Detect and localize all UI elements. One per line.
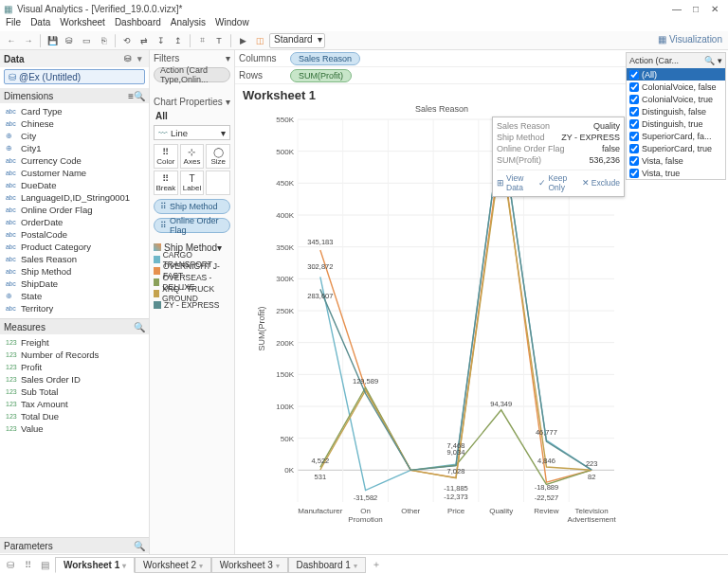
filter-checkbox[interactable] bbox=[629, 70, 639, 80]
filter-item[interactable]: Distinguish, true bbox=[627, 117, 725, 130]
dimension-field[interactable]: abcSales Reason bbox=[4, 253, 149, 265]
dimension-field[interactable]: abcShipDate bbox=[4, 278, 149, 290]
menu-dashboard[interactable]: Dashboard bbox=[115, 17, 161, 31]
filter-item[interactable]: SuperiorCard, true bbox=[627, 142, 725, 154]
new-sheet-icon[interactable]: ▭ bbox=[79, 33, 94, 48]
break-shelf-pill[interactable]: ⠿Online Order Flag bbox=[154, 218, 230, 233]
dimension-field[interactable]: ⊕City1 bbox=[4, 142, 149, 154]
menu-worksheet[interactable]: Worksheet bbox=[60, 17, 105, 31]
fit-select[interactable]: Standard ▾ bbox=[269, 33, 325, 48]
mark-card-axes[interactable]: ⊹Axes bbox=[180, 144, 205, 169]
show-labels-icon[interactable]: T bbox=[211, 33, 227, 48]
presentation-icon[interactable]: ▶ bbox=[235, 33, 250, 48]
dimension-field[interactable]: ⊕State bbox=[4, 290, 149, 302]
filter-item[interactable]: (All) bbox=[627, 68, 725, 81]
tooltip-exclude[interactable]: ✕ Exclude bbox=[582, 173, 620, 192]
sheet-tab[interactable]: Dashboard 1 ▾ bbox=[288, 557, 366, 573]
connect-icon[interactable]: ⛁ bbox=[122, 54, 134, 63]
group-icon[interactable]: ⌗ bbox=[194, 33, 209, 48]
rows-pill[interactable]: SUM(Profit) bbox=[290, 69, 352, 82]
measure-field[interactable]: 123Sub Total bbox=[4, 386, 149, 398]
show-visualization-button[interactable]: ▦ Visualization bbox=[658, 34, 722, 45]
menu-data[interactable]: Data bbox=[30, 17, 50, 31]
filter-pill[interactable]: Action (Card Type,Onlin... bbox=[154, 67, 230, 82]
back-icon[interactable]: ← bbox=[4, 33, 19, 48]
sort-desc-icon[interactable]: ↥ bbox=[171, 33, 186, 48]
mark-card-break[interactable]: ⠿Break bbox=[154, 170, 178, 195]
measure-field[interactable]: 123Tax Amount bbox=[4, 398, 149, 410]
measure-field[interactable]: 123Profit bbox=[4, 361, 149, 373]
mark-card-size[interactable]: ◯Size bbox=[206, 144, 230, 169]
filter-item[interactable]: Vista, false bbox=[627, 154, 725, 167]
quick-filter-menu-icon[interactable]: ▾ bbox=[718, 56, 722, 65]
new-worksheet-icon[interactable]: ＋ bbox=[370, 558, 383, 571]
dimension-field[interactable]: abcCard Type bbox=[4, 105, 149, 117]
datasource-tab-icon[interactable]: ⛁ bbox=[4, 560, 17, 570]
search-icon[interactable]: 🔍 bbox=[134, 322, 145, 332]
measure-field[interactable]: 123Freight bbox=[4, 336, 149, 349]
filter-checkbox[interactable] bbox=[629, 95, 639, 104]
dimension-field[interactable]: abcCustomer Name bbox=[4, 167, 149, 179]
dimension-field[interactable]: abcShip Method bbox=[4, 265, 149, 278]
sheet-tab[interactable]: Worksheet 3 ▾ bbox=[211, 557, 288, 573]
sheet-tab[interactable]: Worksheet 1 ▾ bbox=[55, 557, 135, 573]
filter-item[interactable]: ColonialVoice, true bbox=[627, 93, 725, 105]
filter-checkbox[interactable] bbox=[629, 132, 639, 141]
chart-canvas[interactable]: SUM(Profit) Sales Reason0K50K100K150K200… bbox=[241, 102, 620, 554]
dimension-field[interactable]: abcCurrency Code bbox=[4, 154, 149, 167]
search-icon[interactable]: 🔍 bbox=[134, 541, 145, 551]
show-sheets-icon[interactable]: ▤ bbox=[38, 560, 51, 570]
measure-field[interactable]: 123Total Due bbox=[4, 410, 149, 422]
menu-file[interactable]: File bbox=[6, 17, 21, 31]
minimize-button[interactable]: — bbox=[667, 4, 686, 14]
filter-checkbox[interactable] bbox=[629, 169, 639, 178]
datasource-pill[interactable]: ⛁ @Ex (Untitled) bbox=[4, 69, 145, 84]
filter-item[interactable]: Vista, true bbox=[627, 167, 725, 179]
dimension-field[interactable]: abcTerritory bbox=[4, 302, 149, 314]
filter-checkbox[interactable] bbox=[629, 107, 639, 117]
dimension-field[interactable]: abcOnline Order Flag bbox=[4, 204, 149, 216]
quick-filter-search-icon[interactable]: 🔍 bbox=[704, 56, 715, 65]
pane-menu-icon[interactable]: ▾ bbox=[134, 54, 145, 63]
legend-item[interactable]: XRQ - TRUCK GROUND bbox=[154, 288, 230, 299]
color-shelf-pill[interactable]: ⠿Ship Method bbox=[154, 199, 230, 214]
filter-checkbox[interactable] bbox=[629, 156, 639, 166]
measure-field[interactable]: 123Sales Order ID bbox=[4, 373, 149, 386]
dimension-field[interactable]: abcChinese bbox=[4, 117, 149, 130]
maximize-button[interactable]: □ bbox=[686, 4, 705, 14]
columns-pill[interactable]: Sales Reason bbox=[290, 52, 360, 65]
filter-item[interactable]: SuperiorCard, fa... bbox=[627, 130, 725, 142]
legend-item[interactable]: ZY - EXPRESS bbox=[154, 299, 230, 311]
filter-checkbox[interactable] bbox=[629, 144, 639, 153]
mark-type-select[interactable]: 〰Line▾ bbox=[154, 125, 230, 140]
clear-icon[interactable]: ⟲ bbox=[119, 33, 135, 48]
filters-menu-icon[interactable]: ▾ bbox=[226, 53, 230, 63]
save-icon[interactable]: 💾 bbox=[45, 33, 60, 48]
measure-field[interactable]: 123Value bbox=[4, 422, 149, 435]
show-filmstrip-icon[interactable]: ⠿ bbox=[21, 560, 34, 570]
filter-item[interactable]: Distinguish, false bbox=[627, 105, 725, 117]
menu-window[interactable]: Window bbox=[215, 17, 249, 31]
dimension-field[interactable]: abcDueDate bbox=[4, 179, 149, 191]
mark-card-color[interactable]: ⠿Color bbox=[154, 144, 178, 169]
filter-checkbox[interactable] bbox=[629, 82, 639, 92]
duplicate-icon[interactable]: ⎘ bbox=[96, 33, 111, 48]
tooltip-keep-only[interactable]: ✓ Keep Only bbox=[538, 173, 575, 192]
swap-icon[interactable]: ⇄ bbox=[136, 33, 152, 48]
close-button[interactable]: ✕ bbox=[705, 4, 724, 14]
dimension-field[interactable]: abcOrderDate bbox=[4, 216, 149, 228]
mark-card-label[interactable]: TLabel bbox=[180, 170, 205, 195]
filter-item[interactable]: ColonialVoice, false bbox=[627, 81, 725, 93]
worksheet-title[interactable]: Worksheet 1 bbox=[235, 84, 626, 102]
tooltip-view-data[interactable]: ⊞ View Data bbox=[497, 173, 533, 192]
measure-field[interactable]: 123Number of Records bbox=[4, 349, 149, 361]
sheet-tab[interactable]: Worksheet 2 ▾ bbox=[135, 557, 211, 573]
dimension-field[interactable]: abcProduct Category bbox=[4, 241, 149, 253]
dimension-field[interactable]: ⊕City bbox=[4, 130, 149, 142]
forward-icon[interactable]: → bbox=[21, 33, 36, 48]
dimension-field[interactable]: abcLanguageID,ID_String0001 bbox=[4, 191, 149, 204]
sort-asc-icon[interactable]: ↧ bbox=[154, 33, 169, 48]
search-icon[interactable]: 🔍 bbox=[134, 91, 145, 101]
fit-icon[interactable]: ◫ bbox=[252, 33, 267, 48]
menu-analysis[interactable]: Analysis bbox=[171, 17, 206, 31]
